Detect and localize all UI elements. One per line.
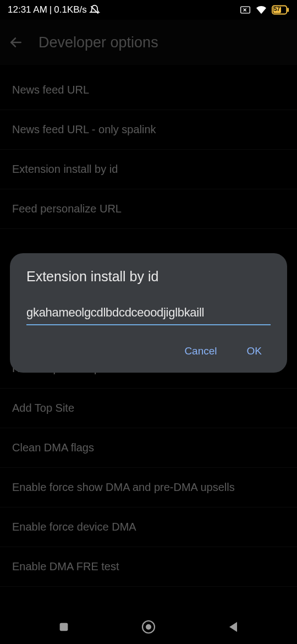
svg-point-7 bbox=[146, 624, 151, 630]
dialog-input-wrap bbox=[26, 303, 271, 325]
home-button[interactable] bbox=[141, 619, 156, 635]
dialog-actions: Cancel OK bbox=[26, 341, 271, 362]
dialog-backdrop[interactable]: Extension install by id Cancel OK bbox=[0, 0, 297, 644]
svg-rect-5 bbox=[59, 623, 68, 631]
navigation-bar bbox=[0, 610, 297, 644]
extension-id-input[interactable] bbox=[26, 303, 271, 325]
cancel-button[interactable]: Cancel bbox=[182, 341, 219, 362]
dialog-title: Extension install by id bbox=[26, 269, 271, 285]
recents-button[interactable] bbox=[58, 621, 70, 633]
ok-button[interactable]: OK bbox=[245, 341, 264, 362]
back-button[interactable] bbox=[227, 620, 239, 634]
dialog: Extension install by id Cancel OK bbox=[10, 253, 287, 373]
